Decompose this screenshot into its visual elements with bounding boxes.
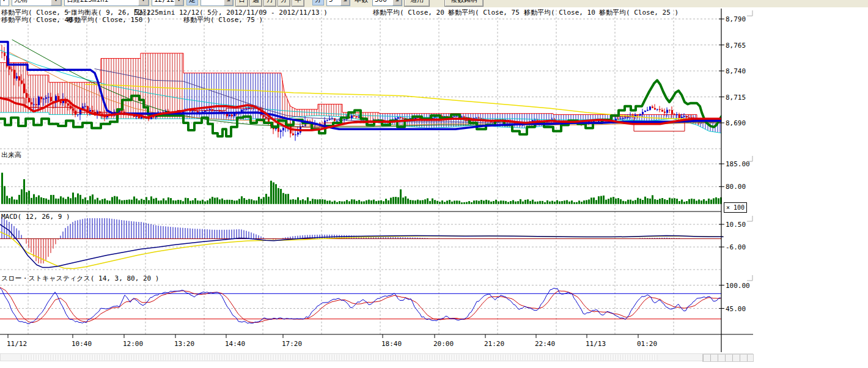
- legend-ma75b: 移動平均( Close, 75 ): [183, 17, 263, 23]
- svg-text:8,790: 8,790: [726, 15, 746, 23]
- svg-text:12:00: 12:00: [123, 340, 143, 348]
- svg-text:21:20: 21:20: [484, 340, 504, 348]
- svg-text:-6.00: -6.00: [726, 243, 746, 251]
- svg-text:22:40: 22:40: [535, 340, 555, 348]
- volume-multiplier-badge: × 100: [724, 202, 747, 213]
- legend-ma75: 移動平均( Close, 75 ): [448, 9, 528, 16]
- legend-symbol: 日経225mini 12/12( 5分, 2012/11/09 - 2012/1…: [133, 9, 328, 16]
- axes: 8,7908,7658,7408,7158,690185.0080.0010.5…: [0, 9, 753, 352]
- legend-ma150: 移動平均( Close, 150 ): [67, 17, 151, 23]
- stoch-d-line: [0, 287, 721, 323]
- svg-text:8,765: 8,765: [726, 42, 746, 50]
- chart-application-window: ▼ 先物 ▼ 日経225mini ▼ 12/12 ▼ 足 ◢ 日 週 月 分 年…: [0, 0, 868, 368]
- macd-panel-title: MACD( 12, 26, 9 ): [1, 213, 70, 221]
- candlesticks: [1, 45, 722, 141]
- volume-panel: [1, 173, 722, 204]
- svg-text:10.50: 10.50: [726, 221, 746, 229]
- svg-text:11/12: 11/12: [7, 340, 27, 348]
- scrollbar-thumb[interactable]: [21, 355, 658, 360]
- stoch-panel-title: スロー・ストキャスティクス( 14, 3, 80, 20 ): [1, 274, 159, 283]
- legend-ma25: 移動平均( Close, 25 ): [599, 9, 679, 16]
- svg-text:8,715: 8,715: [726, 94, 746, 101]
- svg-text:13:20: 13:20: [174, 340, 194, 348]
- svg-text:45.00: 45.00: [726, 305, 746, 313]
- volume-panel-title: 出来高: [1, 150, 21, 160]
- legend-ma20: 移動平均( Close, 20 ): [373, 9, 452, 16]
- legend-ma10: 移動平均( Close, 10 ): [524, 9, 603, 16]
- scrollbar-page-region[interactable]: [702, 354, 754, 362]
- horizontal-scrollbar[interactable]: [0, 353, 753, 361]
- svg-text:8,690: 8,690: [726, 119, 746, 127]
- svg-text:18:40: 18:40: [381, 340, 402, 348]
- stochastics-panel: [0, 287, 721, 324]
- svg-text:17:20: 17:20: [282, 340, 302, 348]
- chart-canvas[interactable]: 8,7908,7658,7408,7158,690185.0080.0010.5…: [0, 0, 770, 368]
- svg-text:01:20: 01:20: [637, 340, 657, 348]
- svg-text:11/13: 11/13: [586, 340, 606, 348]
- svg-text:100.00: 100.00: [726, 282, 750, 290]
- svg-text:80.00: 80.00: [726, 183, 746, 191]
- svg-text:20:00: 20:00: [433, 340, 454, 348]
- svg-text:185.00: 185.00: [726, 160, 750, 168]
- svg-text:14:40: 14:40: [225, 340, 245, 348]
- svg-text:10:40: 10:40: [72, 340, 92, 348]
- svg-text:8,740: 8,740: [726, 67, 746, 75]
